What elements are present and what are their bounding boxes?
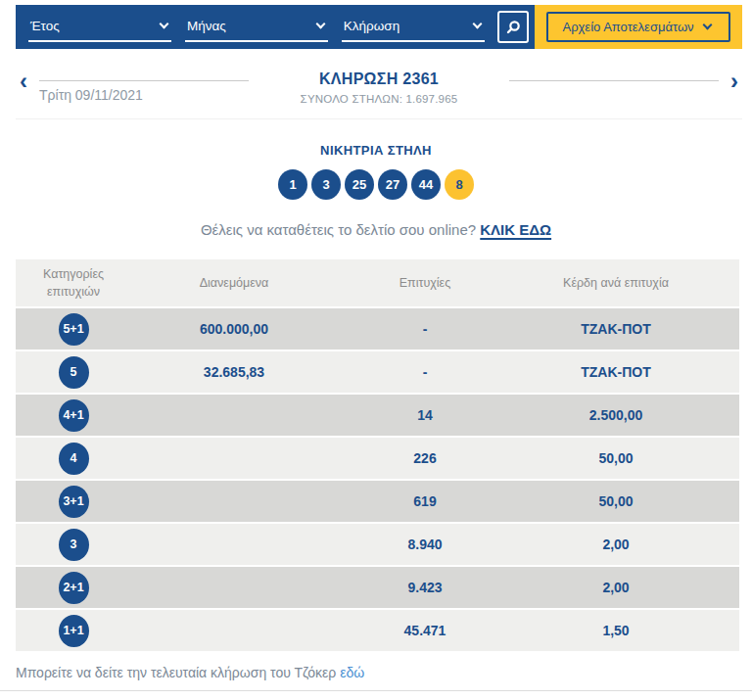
prize-value: 1,50 bbox=[513, 623, 719, 638]
category-badge: 3 bbox=[59, 529, 89, 561]
winning-column-title: ΝΙΚΗΤΡΙΑ ΣΤΗΛΗ bbox=[0, 143, 752, 158]
table-header-row: Κατηγορίες επιτυχιών Διανεμόμενα Επιτυχί… bbox=[16, 259, 739, 306]
winners-value: 45.471 bbox=[337, 623, 513, 638]
column-header-categories: Κατηγορίες επιτυχιών bbox=[28, 265, 118, 301]
month-dropdown[interactable]: Μήνας bbox=[185, 13, 328, 42]
bonus-number-ball: 8 bbox=[445, 169, 474, 200]
winners-value: 226 bbox=[337, 450, 513, 466]
column-header-winners: Επιτυχίες bbox=[337, 274, 513, 292]
draw-header: ΚΛΗΡΩΣΗ 2361 ΣΥΝΟΛΟ ΣΤΗΛΩΝ: 1.697.965 bbox=[257, 63, 501, 105]
table-row: 5 32.685,83 - ΤΖΑΚ-ΠΟΤ bbox=[16, 351, 739, 393]
prize-value: 2,00 bbox=[513, 537, 719, 552]
prize-value: 2,00 bbox=[513, 580, 719, 595]
winning-number-ball: 25 bbox=[345, 169, 374, 200]
play-online-cta: Θέλεις να καταθέτεις το δελτίο σου onlin… bbox=[0, 221, 752, 238]
winners-value: - bbox=[337, 321, 513, 337]
draw-date: Τρίτη 09/11/2021 bbox=[39, 87, 249, 103]
winners-value: 9.423 bbox=[337, 580, 513, 595]
winners-value: - bbox=[337, 364, 513, 380]
results-table: Κατηγορίες επιτυχιών Διανεμόμενα Επιτυχί… bbox=[16, 259, 739, 651]
filters-group: Έτος Μήνας Κλήρωση bbox=[16, 5, 535, 49]
category-badge: 5+1 bbox=[59, 313, 89, 346]
month-dropdown-label: Μήνας bbox=[185, 19, 226, 33]
category-badge: 1+1 bbox=[59, 615, 89, 647]
winning-numbers: 1 3 25 27 44 8 bbox=[0, 169, 752, 200]
category-badge: 4+1 bbox=[59, 399, 89, 432]
winning-number-ball: 27 bbox=[378, 169, 407, 200]
category-badge: 2+1 bbox=[59, 572, 89, 604]
draw-dropdown[interactable]: Κλήρωση bbox=[342, 13, 485, 42]
table-row: 4 226 50,00 bbox=[16, 438, 739, 479]
column-header-distributed: Διανεμόμενα bbox=[131, 274, 337, 292]
category-badge: 3+1 bbox=[59, 486, 89, 518]
previous-draw-info: Τρίτη 09/11/2021 bbox=[31, 63, 257, 103]
next-draw-info bbox=[501, 63, 727, 81]
prize-value: 2.500,00 bbox=[513, 407, 719, 423]
category-badge: 5 bbox=[59, 356, 89, 389]
archive-section: Αρχείο Αποτελεσμάτων bbox=[535, 5, 742, 49]
divider bbox=[509, 80, 719, 81]
footer-note: Μπορείτε να δείτε την τελευταία κλήρωση … bbox=[16, 665, 736, 680]
click-here-link[interactable]: ΚΛΙΚ ΕΔΩ bbox=[480, 221, 551, 238]
next-draw-button[interactable]: › bbox=[727, 63, 742, 92]
prize-value: ΤΖΑΚ-ΠΟΤ bbox=[513, 364, 719, 380]
table-row: 1+1 45.471 1,50 bbox=[16, 610, 739, 651]
archive-results-label: Αρχείο Αποτελεσμάτων bbox=[562, 20, 693, 34]
columns-total: ΣΥΝΟΛΟ ΣΤΗΛΩΝ: 1.697.965 bbox=[257, 93, 501, 105]
footer-text: Μπορείτε να δείτε την τελευταία κλήρωση … bbox=[16, 665, 340, 680]
category-badge: 4 bbox=[59, 443, 89, 475]
draw-dropdown-label: Κλήρωση bbox=[342, 19, 400, 33]
chevron-down-icon bbox=[159, 20, 168, 29]
latest-draw-link[interactable]: εδώ bbox=[340, 665, 364, 680]
table-row: 3 8.940 2,00 bbox=[16, 524, 739, 565]
table-row: 3+1 619 50,00 bbox=[16, 481, 739, 522]
winning-number-ball: 44 bbox=[411, 169, 441, 200]
winners-value: 14 bbox=[337, 407, 513, 423]
winning-number-ball: 1 bbox=[278, 169, 307, 200]
prize-value: ΤΖΑΚ-ΠΟΤ bbox=[513, 321, 719, 337]
draw-title: ΚΛΗΡΩΣΗ 2361 bbox=[257, 70, 501, 88]
previous-draw-button[interactable]: ‹ bbox=[16, 63, 31, 92]
table-body: 5+1 600.000,00 - ΤΖΑΚ-ΠΟΤ 5 32.685,83 - … bbox=[16, 308, 739, 651]
winners-value: 8.940 bbox=[337, 537, 513, 552]
chevron-down-icon bbox=[472, 20, 482, 29]
table-row: 2+1 9.423 2,00 bbox=[16, 567, 739, 608]
divider bbox=[39, 80, 249, 81]
page-bottom-divider bbox=[0, 690, 752, 700]
prize-value: 50,00 bbox=[513, 493, 719, 509]
year-dropdown[interactable]: Έτος bbox=[28, 13, 171, 42]
table-row: 4+1 14 2.500,00 bbox=[16, 395, 739, 436]
distributed-value: 32.685,83 bbox=[131, 364, 337, 380]
prize-value: 50,00 bbox=[513, 450, 719, 466]
chevron-down-icon bbox=[315, 20, 325, 29]
archive-results-button[interactable]: Αρχείο Αποτελεσμάτων bbox=[546, 12, 729, 42]
table-row: 5+1 600.000,00 - ΤΖΑΚ-ΠΟΤ bbox=[16, 308, 739, 350]
distributed-value: 600.000,00 bbox=[131, 321, 337, 337]
year-dropdown-label: Έτος bbox=[28, 19, 60, 33]
winning-column-section: ΝΙΚΗΤΡΙΑ ΣΤΗΛΗ 1 3 25 27 44 8 Θέλεις να … bbox=[0, 143, 752, 238]
winning-number-ball: 3 bbox=[311, 169, 341, 200]
filter-toolbar: Έτος Μήνας Κλήρωση Αρχείο Αποτελεσμάτων bbox=[16, 5, 742, 49]
search-button[interactable] bbox=[497, 11, 529, 43]
column-header-prize: Κέρδη ανά επιτυχία bbox=[513, 274, 719, 292]
search-icon bbox=[505, 20, 521, 35]
draw-navigation: ‹ Τρίτη 09/11/2021 ΚΛΗΡΩΣΗ 2361 ΣΥΝΟΛΟ Σ… bbox=[16, 63, 742, 119]
cta-text: Θέλεις να καταθέτεις το δελτίο σου onlin… bbox=[201, 221, 480, 238]
chevron-down-icon bbox=[702, 21, 712, 30]
winners-value: 619 bbox=[337, 493, 513, 509]
